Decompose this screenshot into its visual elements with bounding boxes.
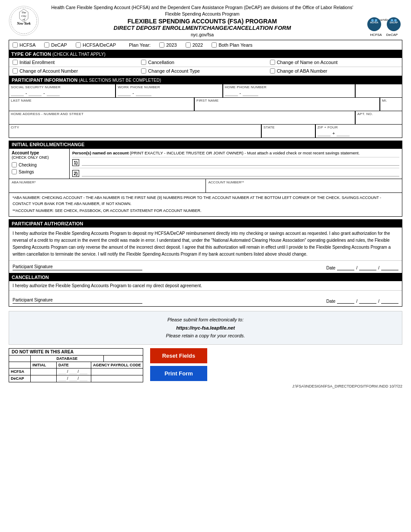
svg-text:City: City xyxy=(21,14,27,18)
account-type-row: Account type (CHECK ONLY ONE) Checking S… xyxy=(9,148,402,179)
cancellation-item[interactable]: Cancellation xyxy=(141,60,174,65)
decap-checkbox-item[interactable]: DeCAP xyxy=(44,42,67,48)
footer-ref: J:\FSA\INDESIGN\FSA_DIRECTDEPOSITFORM.IN… xyxy=(9,384,402,388)
last-name-label: LAST NAME xyxy=(11,99,192,103)
year-2022-item[interactable]: 2022 xyxy=(186,42,203,48)
action-buttons: Reset Fields Print Form xyxy=(150,348,208,381)
checking-checkbox[interactable] xyxy=(12,162,17,167)
cancel-slash2: / xyxy=(378,299,379,304)
dnw-date-header: DATE xyxy=(57,362,91,368)
last-name-value[interactable] xyxy=(11,103,192,109)
cancellation-checkbox[interactable] xyxy=(141,60,146,65)
bottom-area: DO NOT WRITE IN THIS AREA DATABASE INITI… xyxy=(9,348,402,382)
first-name-field: FIRST NAME xyxy=(194,98,380,111)
ssn-part2[interactable] xyxy=(29,90,42,96)
change-name-col: Change of Name on Account xyxy=(270,60,398,65)
authorization-body: I hereby authorize the Flexible Spending… xyxy=(9,228,402,260)
change-account-number-item[interactable]: Change of Account Number xyxy=(13,68,78,74)
city-state-zip-row: CITY STATE ZIP + FOUR + xyxy=(9,124,402,138)
dnw-decap-initial[interactable] xyxy=(31,375,57,382)
hcfsa-label: HCFSA xyxy=(19,42,35,48)
apt-field: APT. NO. xyxy=(355,111,402,124)
change-aba-checkbox[interactable] xyxy=(270,68,275,74)
change-account-type-checkbox[interactable] xyxy=(141,68,146,74)
person-row-2: 2) xyxy=(72,168,399,177)
svg-text:New York: New York xyxy=(16,22,31,26)
change-name-checkbox[interactable] xyxy=(270,60,275,65)
persons-area: Person(s) named on account (PRINT EXACTL… xyxy=(70,149,402,179)
dnw-decap-agency[interactable] xyxy=(91,375,130,382)
dnw-hcfsa-agency[interactable] xyxy=(91,369,130,375)
initial-enrollment-item[interactable]: Initial Enrollment xyxy=(13,60,55,65)
header-form-title: DIRECT DEPOSIT ENROLLMENT/CHANGE/CANCELL… xyxy=(43,25,361,31)
svg-point-11 xyxy=(375,19,377,22)
initial-enrollment-checkbox[interactable] xyxy=(13,60,18,65)
participant-info-section: PARTICIPANT INFORMATION (ALL SECTIONS MU… xyxy=(9,76,402,138)
logo-decap-label: DeCAP xyxy=(386,33,398,37)
header-url: nyc.gov/fsa xyxy=(43,32,361,37)
svg-point-15 xyxy=(394,19,397,22)
notes-section: *ABA NUMBER: CHECKING ACCOUNT - THE ABA … xyxy=(9,193,402,217)
print-button[interactable]: Print Form xyxy=(150,366,208,381)
cancellation-label: Cancellation xyxy=(148,60,174,65)
auth-signature-label: Participant Signature xyxy=(13,264,142,270)
mi-value[interactable] xyxy=(382,103,400,109)
bottom-line1: Please submit form electronically to: xyxy=(13,316,398,324)
hcfsa-decap-checkbox-item[interactable]: HCFSA/DeCAP xyxy=(76,42,116,48)
acct-type-note: (CHECK ONLY ONE) xyxy=(12,155,67,160)
cancel-slash1: / xyxy=(356,299,357,304)
initial-enrollment-label: Initial Enrollment xyxy=(19,60,55,65)
state-label: STATE xyxy=(263,125,313,129)
change-aba-item[interactable]: Change of ABA Number xyxy=(270,68,328,74)
state-value[interactable] xyxy=(263,130,313,136)
ssn-part1[interactable] xyxy=(11,90,24,96)
enrollment-header: INITIAL ENROLLMENT/CHANGE xyxy=(9,141,402,148)
checking-item[interactable]: Checking xyxy=(12,162,67,167)
change-account-number-checkbox[interactable] xyxy=(13,68,18,74)
change-account-type-item[interactable]: Change of Account Type xyxy=(141,68,200,74)
first-name-value[interactable] xyxy=(196,103,378,109)
ssn-part3[interactable] xyxy=(47,90,60,96)
apt-value[interactable] xyxy=(357,117,400,123)
dnw-hcfsa-initial[interactable] xyxy=(31,369,57,375)
both-years-checkbox[interactable] xyxy=(212,42,217,48)
dnw-decap-row: DeCAP / / xyxy=(9,375,143,382)
reset-button[interactable]: Reset Fields xyxy=(150,348,208,363)
bottom-info-box: Please submit form electronically to: ht… xyxy=(9,311,402,345)
year-2023-item[interactable]: 2023 xyxy=(159,42,177,48)
dnw-col-headers: INITIAL DATE AGENCY PAYROLL CODE xyxy=(9,362,143,369)
type-of-action-section: Initial Enrollment Cancellation Change o… xyxy=(9,58,402,76)
city-value[interactable] xyxy=(11,130,259,136)
dnw-subheader-row: DATABASE xyxy=(9,356,143,362)
account-num-value[interactable] xyxy=(209,184,400,191)
cancel-date-label: Date xyxy=(326,299,335,304)
address-value[interactable] xyxy=(11,117,353,123)
both-years-item[interactable]: Both Plan Years xyxy=(212,42,252,48)
header-subtitle: Health Care Flexible Spending Account (H… xyxy=(43,4,361,17)
participant-info-header: PARTICIPANT INFORMATION (ALL SECTIONS MU… xyxy=(9,76,402,84)
year-2022-checkbox[interactable] xyxy=(186,42,191,48)
hcfsa-checkbox-item[interactable]: HCFSA xyxy=(13,42,35,48)
change-name-item[interactable]: Change of Name on Account xyxy=(270,60,338,65)
ssn-phone-row: SOCIAL SECURITY NUMBER - - WORK PHONE NU… xyxy=(9,84,402,97)
person1-input[interactable] xyxy=(82,160,399,166)
apt-label: APT. NO. xyxy=(357,112,400,116)
auth-date-label: Date xyxy=(326,266,335,270)
savings-item[interactable]: Savings xyxy=(12,169,67,174)
hcfsa-decap-checkbox[interactable] xyxy=(76,42,81,48)
logo-hcfsa-label: HCFSA xyxy=(370,33,382,37)
aba-value[interactable] xyxy=(12,184,203,191)
dnw-db-header: DATABASE xyxy=(31,356,104,362)
hcfsa-checkbox[interactable] xyxy=(13,42,18,48)
year-2023-checkbox[interactable] xyxy=(159,42,164,48)
savings-checkbox[interactable] xyxy=(12,169,17,174)
bottom-line3: Please retain a copy for your records. xyxy=(13,332,398,340)
person-note: (PRINT EXACTLY - INCLUDE TRUSTEE OR JOIN… xyxy=(130,151,244,155)
account-num-cell: ACCOUNT NUMBER** xyxy=(206,179,402,192)
decap-checkbox[interactable] xyxy=(44,42,49,48)
mi-label: MI. xyxy=(382,99,400,103)
person2-input[interactable] xyxy=(82,170,399,176)
auth-slash2: / xyxy=(378,266,379,270)
dnw-hcfsa-row: HCFSA / / xyxy=(9,369,143,375)
first-name-label: FIRST NAME xyxy=(196,99,378,103)
